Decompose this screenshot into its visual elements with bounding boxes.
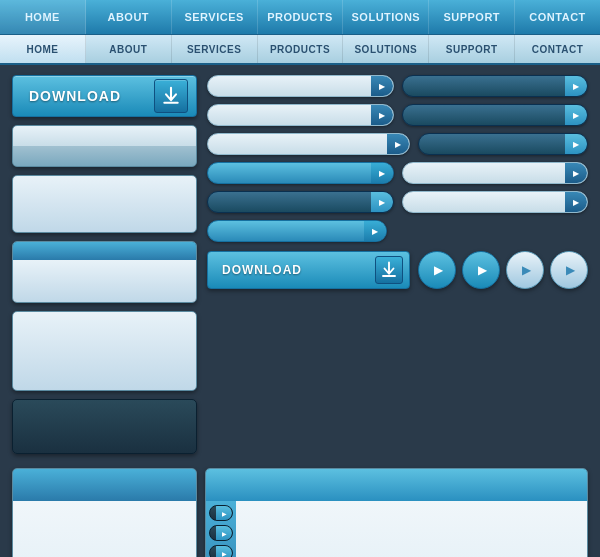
scrollbar-track [208,192,371,212]
side-scrollbar-arrow: ▶ [216,545,232,557]
right-panel-sidebar-scrollbars: ▶ ▶ ▶ ▶ ▶ [206,501,236,557]
scrollbar-row-4: ▶ ▶ [207,162,588,184]
nav-item-about[interactable]: ABOUT [86,0,172,34]
play-icon-3: ▶ [522,263,531,277]
scrollbar-dark-1[interactable]: ▶ [402,75,589,97]
left-panel-medium [12,175,197,233]
scrollbar-dark-3[interactable]: ▶ [418,133,588,155]
scrollbar-arrow-right: ▶ [371,75,393,97]
scrollbar-arrow-right: ▶ [565,162,587,184]
scrollbar-row-2: ▶ ▶ [207,104,588,126]
scrollbar-arrow-right: ▶ [565,75,587,97]
scrollbar-arrow-right: ▶ [565,104,587,126]
nav-item-products[interactable]: PRODUCTS [258,0,344,34]
left-panel-small [12,125,197,167]
scrollbar-light-1[interactable]: ▶ [207,75,394,97]
scrollbar-track [419,134,565,154]
download-sm-icon-box [375,256,403,284]
nav-item-support[interactable]: SUPPORT [429,0,515,34]
side-scrollbar-1[interactable]: ▶ [209,505,233,521]
scrollbar-light-3[interactable]: ▶ [207,133,410,155]
nav-item-services[interactable]: SERVICES [172,0,258,34]
nav-item-contact[interactable]: CONTACT [515,0,600,34]
scrollbar-row-1: ▶ ▶ [207,75,588,97]
download-sm-label: DOWNLOAD [222,263,302,277]
nav2-item-about[interactable]: ABOUT [86,35,172,63]
right-panel-main-area [236,501,587,557]
side-scrollbar-2[interactable]: ▶ [209,525,233,541]
download-button-small[interactable]: DOWNLOAD [207,251,410,289]
play-buttons-group: ▶ ▶ ▶ ▶ [418,251,588,289]
scrollbar-arrow-right: ▶ [565,191,587,213]
side-scrollbar-arrow: ▶ [216,525,232,541]
scrollbar-track [208,76,371,96]
scrollbar-track [403,192,566,212]
scrollbar-track [403,105,566,125]
scrollbar-row-5: ▶ ▶ [207,191,588,213]
scrollbar-dark-2[interactable]: ▶ [402,104,589,126]
scrollbar-dark-4[interactable]: ▶ [207,191,394,213]
scrollbar-arrow-right: ▶ [364,220,386,242]
nav-bar-secondary: HOME ABOUT SERVICES PRODUCTS SOLUTIONS S… [0,35,600,65]
download-button-large[interactable]: DOWNLOAD [12,75,197,117]
scrollbar-arrow-right: ▶ [387,133,409,155]
download-icon-box [154,79,188,113]
side-scrollbar-arrow: ▶ [216,505,232,521]
scrollbar-track [403,163,566,183]
panel-tab-header [13,242,196,260]
main-content: DOWNLOAD ▶ [0,65,600,464]
download-button-label: DOWNLOAD [29,88,121,104]
play-button-2[interactable]: ▶ [462,251,500,289]
left-panel-tab [12,241,197,303]
bottom-panels-row: ▶ ▶ ▶ ▶ ▶ [0,468,600,557]
scrollbar-row-3: ▶ ▶ [207,133,588,155]
scrollbar-blue-2[interactable]: ▶ [207,220,387,242]
scrollbar-arrow-right: ▶ [565,133,587,155]
scrollbar-light-4[interactable]: ▶ [402,162,589,184]
nav-bar-primary: HOME ABOUT SERVICES PRODUCTS SOLUTIONS S… [0,0,600,35]
scrollbar-track [403,76,566,96]
side-scrollbar-3[interactable]: ▶ [209,545,233,557]
nav2-item-services[interactable]: SERVICES [172,35,258,63]
panel-tab-body [13,260,196,302]
download-play-row: DOWNLOAD ▶ ▶ ▶ ▶ [207,251,588,289]
play-button-3[interactable]: ▶ [506,251,544,289]
nav2-item-contact[interactable]: CONTACT [515,35,600,63]
play-icon-2: ▶ [478,263,487,277]
download-sm-icon [380,261,398,279]
scrollbar-track [208,163,371,183]
nav-item-solutions[interactable]: SOLUTIONS [343,0,429,34]
scrollbar-track [208,221,364,241]
play-icon-4: ▶ [566,263,575,277]
scrollbar-arrow-right: ▶ [371,104,393,126]
scrollbar-blue-1[interactable]: ▶ [207,162,394,184]
bottom-panel-left [12,468,197,557]
nav2-item-solutions[interactable]: SOLUTIONS [343,35,429,63]
right-panel-body: ▶ ▶ ▶ ▶ ▶ [206,501,587,557]
scrollbar-track [208,134,387,154]
right-panel-header [206,469,587,501]
scrollbar-row-6: ▶ [207,220,588,242]
play-button-4[interactable]: ▶ [550,251,588,289]
nav-item-home[interactable]: HOME [0,0,86,34]
scrollbar-light-2[interactable]: ▶ [207,104,394,126]
left-panel-large [12,311,197,391]
scrollbar-light-5[interactable]: ▶ [402,191,589,213]
play-icon-1: ▶ [434,263,443,277]
right-column: ▶ ▶ ▶ ▶ ▶ ▶ [207,75,588,454]
scrollbar-track [208,105,371,125]
scrollbar-arrow-right: ▶ [371,162,393,184]
left-panel-dark [12,399,197,454]
nav2-item-products[interactable]: PRODUCTS [258,35,344,63]
download-icon [161,86,181,106]
nav2-item-support[interactable]: SUPPORT [429,35,515,63]
scrollbar-arrow-right: ▶ [371,191,393,213]
left-column: DOWNLOAD [12,75,197,454]
bottom-panel-right: ▶ ▶ ▶ ▶ ▶ [205,468,588,557]
play-button-1[interactable]: ▶ [418,251,456,289]
nav2-item-home[interactable]: HOME [0,35,86,63]
